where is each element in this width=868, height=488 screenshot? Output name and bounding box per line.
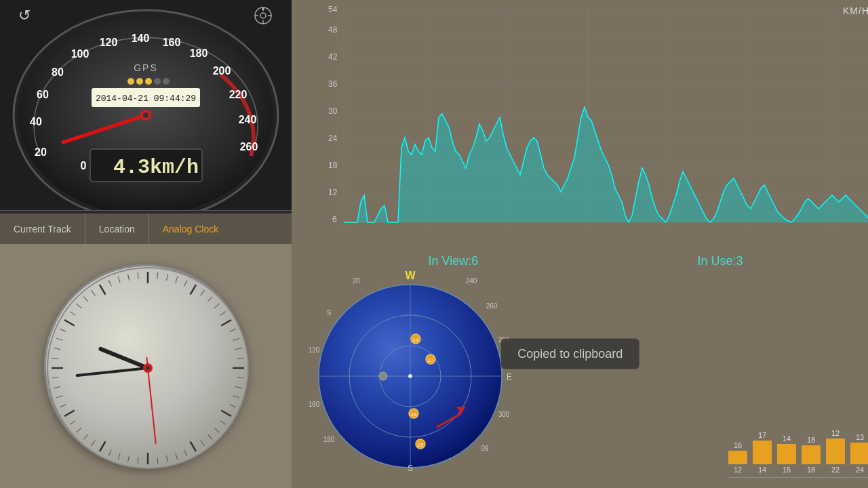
svg-text:80: 80 — [52, 66, 64, 78]
svg-point-168 — [379, 372, 387, 380]
svg-text:W: W — [405, 271, 416, 281]
svg-text:180: 180 — [190, 47, 208, 59]
clock-svg — [46, 266, 250, 470]
speedo-container: ↺ — [10, 0, 281, 210]
svg-text:160: 160 — [309, 401, 320, 408]
clock-face — [44, 264, 248, 468]
svg-text:20: 20 — [35, 146, 47, 158]
speedometer-svg: 20 40 60 80 100 120 140 160 180 200 220 … — [10, 0, 281, 210]
clipboard-toast: Copied to clipboard — [501, 339, 639, 369]
svg-text:15: 15 — [418, 442, 424, 448]
svg-text:220: 220 — [229, 89, 248, 100]
svg-text:24: 24 — [328, 134, 338, 143]
svg-text:240: 240 — [239, 114, 257, 125]
svg-text:260: 260 — [486, 302, 498, 310]
chart-unit-label: KM/H — [843, 5, 868, 16]
main-grid: ↺ — [0, 0, 868, 488]
svg-text:260: 260 — [240, 141, 258, 152]
svg-text:240: 240 — [466, 277, 477, 285]
tab-analog-clock[interactable]: Analog Clock — [149, 214, 233, 244]
svg-text:100: 100 — [71, 48, 90, 60]
in-view-label: In View:6 — [429, 254, 479, 268]
speedo-main: ↺ — [0, 0, 292, 210]
svg-text:120: 120 — [100, 37, 118, 48]
svg-text:120: 120 — [309, 346, 320, 354]
svg-point-35 — [143, 113, 149, 118]
svg-text:20: 20 — [352, 277, 360, 285]
svg-text:54: 54 — [328, 5, 338, 14]
speedometer-panel: ↺ — [0, 0, 292, 244]
svg-point-26 — [145, 78, 152, 85]
svg-text:40: 40 — [30, 116, 42, 127]
refresh-icon[interactable]: ↺ — [18, 7, 31, 24]
svg-text:36: 36 — [328, 79, 338, 89]
svg-point-27 — [154, 78, 161, 85]
clock-panel — [0, 244, 292, 488]
svg-text:24: 24 — [411, 411, 417, 418]
svg-text:140: 140 — [132, 33, 150, 44]
satellite-compass-svg: W E S 20 S 120 160 180 240 260 280 300 0… — [302, 271, 519, 471]
speed-chart: 6 12 18 24 30 36 42 48 54 60 — [320, 5, 868, 236]
svg-text:GPS: GPS — [134, 62, 158, 73]
svg-text:E: E — [507, 372, 512, 382]
sat-bars-container: 16 12 17 14 14 15 18 18 — [728, 429, 868, 478]
svg-point-1 — [260, 13, 266, 18]
svg-text:18: 18 — [328, 161, 338, 170]
svg-text:30: 30 — [328, 106, 338, 116]
svg-point-6 — [262, 7, 264, 10]
svg-text:42: 42 — [328, 52, 338, 62]
svg-text:12: 12 — [328, 188, 338, 197]
svg-text:200: 200 — [213, 65, 231, 77]
svg-text:180: 180 — [323, 436, 335, 443]
svg-point-28 — [163, 78, 170, 85]
svg-text:6: 6 — [332, 215, 337, 224]
tabs-bar: Current Track Location Analog Clock — [0, 214, 292, 244]
svg-text:17: 17 — [428, 357, 434, 363]
svg-point-141 — [146, 366, 150, 370]
tab-current-track[interactable]: Current Track — [0, 214, 85, 244]
svg-text:2014-04-21 09:44:29: 2014-04-21 09:44:29 — [96, 94, 196, 104]
svg-marker-75 — [344, 107, 868, 222]
compass-icon — [253, 5, 273, 30]
svg-text:60: 60 — [37, 89, 49, 100]
satellite-panel: In View:6 In Use:3 — [292, 244, 868, 488]
tab-location[interactable]: Location — [85, 214, 149, 244]
svg-text:4.3km/h: 4.3km/h — [113, 156, 199, 179]
svg-text:300: 300 — [498, 411, 510, 418]
svg-text:09: 09 — [481, 445, 489, 452]
svg-text:14: 14 — [413, 337, 419, 343]
svg-text:160: 160 — [163, 37, 181, 48]
svg-point-175 — [408, 374, 412, 378]
svg-point-25 — [136, 78, 143, 85]
svg-text:S: S — [327, 309, 332, 317]
svg-text:48: 48 — [328, 25, 338, 35]
chart-panel: KM/H 6 12 18 24 30 36 42 48 54 60 — [292, 0, 868, 244]
in-use-label: In Use:3 — [697, 254, 743, 268]
svg-text:S: S — [408, 464, 413, 471]
svg-text:0: 0 — [81, 160, 87, 171]
svg-point-24 — [127, 78, 134, 85]
